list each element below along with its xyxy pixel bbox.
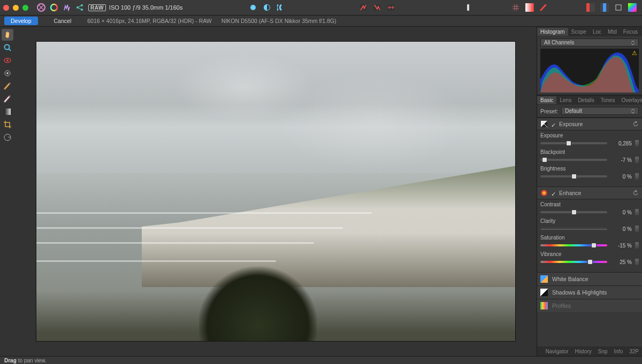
enhance-section-label: Enhance: [559, 190, 581, 196]
vibrance-value[interactable]: 25 %: [610, 259, 632, 265]
tab-histogram[interactable]: Histogram: [537, 28, 568, 36]
exposure-enabled-check[interactable]: ✓: [551, 122, 556, 127]
mirror-view-icon[interactable]: [274, 1, 287, 14]
svg-point-2: [77, 6, 79, 9]
blackpoint-value[interactable]: -7 %: [610, 157, 632, 163]
clip-tones-icon[interactable]: [385, 1, 398, 14]
maximize-window-button[interactable]: [22, 5, 28, 11]
profiles-header[interactable]: Profiles: [537, 299, 642, 312]
preset-dropdown[interactable]: Default: [561, 107, 639, 115]
exposure-slider-label: Exposure: [540, 133, 639, 138]
levels-icon[interactable]: [60, 1, 73, 14]
status-rest: to pan view.: [18, 358, 47, 363]
subtab-lens[interactable]: Lens: [556, 96, 575, 104]
subtab-basic[interactable]: Basic: [537, 96, 556, 104]
blackpoint-slider[interactable]: [540, 159, 607, 161]
clip-shadows-icon[interactable]: [357, 1, 370, 14]
chevron-updown-icon: [631, 41, 635, 45]
saturation-value[interactable]: -15 %: [610, 243, 632, 249]
exposure-slider[interactable]: [540, 142, 607, 144]
tab-scope[interactable]: Scope: [568, 28, 590, 36]
overlay-erase-tool[interactable]: [2, 93, 13, 105]
channels-label: All Channels: [544, 40, 574, 45]
studio-tabs: Histogram Scope Loc Mtd Focus ≡: [537, 27, 642, 36]
svg-point-11: [545, 4, 547, 6]
panel-left-icon[interactable]: [584, 1, 597, 14]
profiles-label: Profiles: [552, 303, 571, 309]
close-window-button[interactable]: [3, 5, 9, 11]
clarity-stepper[interactable]: [635, 226, 639, 232]
brightness-value[interactable]: 0 %: [610, 174, 632, 180]
enhance-section-icon: [540, 189, 548, 197]
raw-badge: RAW: [88, 4, 106, 11]
exposure-reset-icon[interactable]: [632, 121, 639, 127]
brightness-stepper[interactable]: [635, 173, 639, 180]
shadows-highlights-header[interactable]: Shadows & Highlights: [537, 285, 642, 299]
exposure-meta-text: ISO 100 ƒ/9 35.0mm 1/160s: [109, 4, 183, 11]
chevron-updown-icon: [631, 109, 635, 113]
clipping-warning-icon[interactable]: ⚠: [632, 50, 637, 57]
sync-icon[interactable]: [462, 1, 475, 14]
clarity-slider[interactable]: [540, 228, 607, 230]
app-logo-icon: [35, 1, 48, 14]
footer-tab-snp[interactable]: Snp: [595, 347, 611, 355]
white-balance-tool[interactable]: [2, 131, 13, 143]
vibrance-stepper[interactable]: [635, 259, 639, 265]
histogram-section: All Channels ⚠: [537, 36, 642, 95]
aperture-icon[interactable]: [48, 1, 60, 14]
panel-mid-icon[interactable]: [598, 1, 611, 14]
tab-loc[interactable]: Loc: [590, 28, 605, 36]
preset-label: Preset:: [540, 108, 558, 114]
clip-highlights-icon[interactable]: [371, 1, 384, 14]
clarity-value[interactable]: 0 %: [610, 226, 632, 232]
brush-tool-icon[interactable]: [537, 1, 550, 14]
blackpoint-stepper[interactable]: [635, 157, 639, 163]
contextbar: Develop Cancel 6016 × 4016px, 24.16MP, R…: [0, 15, 642, 27]
gradient-overlay-tool[interactable]: [2, 106, 13, 118]
exposure-stepper[interactable]: [635, 140, 639, 146]
minimize-window-button[interactable]: [13, 5, 19, 11]
canvas[interactable]: [15, 27, 537, 356]
contrast-value[interactable]: 0 %: [610, 210, 632, 215]
brightness-slider[interactable]: [540, 175, 607, 177]
blemish-tool[interactable]: [2, 67, 13, 79]
cancel-button[interactable]: Cancel: [48, 17, 78, 25]
subtab-tones[interactable]: Tones: [598, 96, 618, 104]
exposure-section-label: Exposure: [559, 121, 583, 127]
exposure-header[interactable]: ✓ Exposure: [537, 118, 642, 130]
overlay-paint-tool[interactable]: [2, 80, 13, 92]
white-balance-header[interactable]: White Balance: [537, 272, 642, 285]
zoom-tool[interactable]: [2, 42, 13, 53]
hand-tool[interactable]: [2, 29, 13, 41]
red-eye-tool[interactable]: [2, 55, 13, 66]
enhance-header[interactable]: ✓ Enhance: [537, 187, 642, 199]
enhance-reset-icon[interactable]: [632, 190, 639, 196]
split-view-icon[interactable]: [261, 1, 273, 14]
channels-dropdown[interactable]: All Channels: [540, 38, 639, 47]
saturation-slider[interactable]: [540, 244, 607, 246]
tab-focus[interactable]: Focus: [620, 28, 641, 36]
right-studio-panel: Histogram Scope Loc Mtd Focus ≡ All Chan…: [537, 27, 642, 356]
exposure-value[interactable]: 0,285: [610, 141, 632, 146]
footer-tab-info[interactable]: Info: [611, 347, 626, 355]
contrast-stepper[interactable]: [635, 209, 639, 215]
tool-rail: [0, 27, 15, 356]
share-icon[interactable]: [73, 1, 86, 14]
contrast-slider[interactable]: [540, 211, 607, 213]
footer-tab-history[interactable]: History: [572, 347, 595, 355]
develop-button[interactable]: Develop: [4, 17, 38, 25]
swatch-a-icon[interactable]: [523, 1, 536, 14]
enhance-enabled-check[interactable]: ✓: [551, 191, 556, 196]
footer-tab-navigator[interactable]: Navigator: [542, 347, 572, 355]
subtab-overlays[interactable]: Overlays: [618, 96, 642, 104]
vibrance-slider[interactable]: [540, 261, 607, 263]
saturation-stepper[interactable]: [635, 242, 639, 249]
grid-icon[interactable]: [509, 1, 522, 14]
crop-tool[interactable]: [2, 119, 13, 130]
panel-square-icon[interactable]: [612, 1, 625, 14]
footer-tab-32p[interactable]: 32P: [626, 347, 642, 355]
single-view-icon[interactable]: [247, 1, 259, 14]
subtab-details[interactable]: Details: [575, 96, 598, 104]
tab-mtd[interactable]: Mtd: [605, 28, 620, 36]
rainbow-icon[interactable]: [626, 1, 639, 14]
